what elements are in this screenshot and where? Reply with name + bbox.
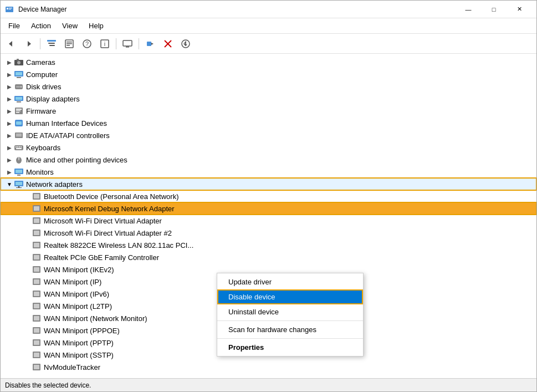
- context-properties[interactable]: Properties: [217, 340, 363, 355]
- computer-label: Computer: [26, 70, 58, 79]
- svg-rect-83: [34, 304, 39, 308]
- wan-l2tp-label: WAN Miniport (L2TP): [44, 302, 112, 310]
- tree-item-ide[interactable]: ▶ IDE ATA/ATAPI controllers: [1, 129, 536, 141]
- svg-rect-71: [34, 231, 39, 235]
- realtek-wireless-label: Realtek 8822CE Wireless LAN 802.11ac PCI…: [44, 241, 193, 250]
- expand-network-adapters[interactable]: ▼: [5, 180, 14, 189]
- toolbar: ? i: [1, 34, 536, 54]
- display-adapters-label: Display adapters: [26, 95, 80, 103]
- toolbar-sep-3: [139, 38, 139, 49]
- toolbar-download[interactable]: [177, 36, 194, 52]
- toolbar-back[interactable]: [3, 36, 19, 52]
- wan-l2tp-icon: [32, 301, 42, 311]
- svg-rect-65: [34, 194, 39, 198]
- wan-pppoe-icon: [32, 325, 42, 335]
- tree-item-firmware[interactable]: ▶ Firmware: [1, 105, 536, 117]
- window-controls: — □ ✕: [456, 1, 532, 18]
- menu-help[interactable]: Help: [83, 19, 109, 32]
- svg-rect-77: [34, 267, 39, 272]
- menu-file[interactable]: File: [3, 19, 25, 32]
- display-adapters-icon: [14, 94, 24, 104]
- toolbar-help[interactable]: ?: [79, 36, 95, 52]
- window-icon: [5, 5, 14, 14]
- expand-monitors[interactable]: ▶: [5, 167, 14, 176]
- menu-action[interactable]: Action: [25, 19, 57, 32]
- svg-rect-2: [9, 8, 12, 8]
- tree-item-network-adapters[interactable]: ▼ Network adapters: [1, 178, 536, 190]
- bluetooth-icon: [32, 191, 42, 201]
- toolbar-sep-2: [116, 38, 116, 49]
- context-menu: Update driver Disable device Uninstall d…: [217, 273, 364, 357]
- expand-disk-drives[interactable]: ▶: [5, 82, 14, 91]
- toolbar-forward[interactable]: [21, 36, 37, 52]
- expand-cameras[interactable]: ▶: [5, 58, 14, 67]
- expand-keyboards[interactable]: ▶: [5, 143, 14, 152]
- toolbar-about[interactable]: i: [96, 36, 113, 52]
- network-adapters-icon: [14, 179, 24, 189]
- tree-item-computer[interactable]: ▶ Computer: [1, 68, 536, 80]
- svg-rect-19: [147, 42, 151, 46]
- minimize-button[interactable]: —: [456, 1, 481, 18]
- toolbar-plugin[interactable]: [142, 36, 158, 52]
- context-disable-device[interactable]: Disable device: [217, 289, 363, 304]
- svg-rect-8: [49, 45, 55, 46]
- svg-rect-6: [47, 40, 56, 42]
- firmware-icon: [14, 106, 24, 116]
- expand-mice[interactable]: ▶: [5, 155, 14, 164]
- wan-ikev2-label: WAN Miniport (IKEv2): [44, 266, 114, 274]
- toolbar-remove[interactable]: [160, 36, 176, 52]
- wan-sstp-label: WAN Miniport (SSTP): [44, 351, 114, 359]
- svg-rect-53: [16, 148, 22, 149]
- main-content: ▶ Cameras ▶: [1, 54, 536, 378]
- status-bar: Disables the selected device.: [1, 378, 536, 391]
- tree-item-keyboards[interactable]: ▶ Keyboards: [1, 141, 536, 154]
- tree-item-wifi-direct-2[interactable]: ▶ Microsoft Wi-Fi Direct Virtual Adapter…: [1, 227, 536, 239]
- ide-label: IDE ATA/ATAPI controllers: [26, 131, 110, 140]
- expand-display-adapters[interactable]: ▶: [5, 94, 14, 103]
- kernel-debug-label: Microsoft Kernel Debug Network Adapter: [44, 205, 175, 213]
- tree-item-wifi-direct-1[interactable]: ▶ Microsoft Wi-Fi Direct Virtual Adapter: [1, 215, 536, 227]
- svg-marker-5: [28, 41, 31, 47]
- tree-item-cameras[interactable]: ▶ Cameras: [1, 56, 536, 68]
- toolbar-properties[interactable]: [61, 36, 78, 52]
- realtek-pcie-label: Realtek PCIe GbE Family Controller: [44, 253, 159, 262]
- expand-firmware[interactable]: ▶: [5, 106, 14, 115]
- hid-icon: [14, 118, 24, 128]
- svg-rect-40: [16, 109, 22, 110]
- wan-ipv6-icon: [32, 289, 42, 299]
- tree-item-realtek-wireless[interactable]: ▶ Realtek 8822CE Wireless LAN 802.11ac P…: [1, 239, 536, 251]
- tree-item-monitors[interactable]: ▶ Monitors: [1, 166, 536, 178]
- tree-item-disk-drives[interactable]: ▶ Disk drives: [1, 80, 536, 93]
- toolbar-tree[interactable]: [43, 36, 60, 52]
- svg-point-28: [17, 61, 21, 64]
- svg-rect-7: [48, 43, 55, 44]
- status-text: Disables the selected device.: [5, 381, 91, 389]
- close-button[interactable]: ✕: [507, 1, 532, 18]
- tree-item-realtek-pcie[interactable]: ▶ Realtek PCIe GbE Family Controller: [1, 251, 536, 263]
- context-update-driver[interactable]: Update driver: [217, 274, 363, 289]
- svg-rect-91: [34, 353, 39, 357]
- tree-item-nv-module[interactable]: ▶ NvModuleTracker: [1, 361, 536, 373]
- context-scan-hardware[interactable]: Scan for hardware changes: [217, 322, 363, 337]
- expand-ide[interactable]: ▶: [5, 131, 14, 140]
- svg-rect-1: [7, 8, 8, 9]
- menu-view[interactable]: View: [57, 19, 83, 32]
- tree-item-mice[interactable]: ▶ Mice and other pointing devices: [1, 154, 536, 166]
- svg-rect-75: [34, 255, 39, 259]
- toolbar-display[interactable]: [119, 36, 136, 52]
- svg-rect-50: [17, 146, 18, 147]
- svg-rect-29: [17, 59, 19, 60]
- expand-hid[interactable]: ▶: [5, 119, 14, 128]
- svg-point-56: [18, 157, 20, 159]
- tree-item-kernel-debug[interactable]: ▶ Microsoft Kernel Debug Network Adapter: [1, 202, 536, 215]
- svg-rect-37: [16, 97, 22, 100]
- firmware-label: Firmware: [26, 107, 56, 115]
- tree-item-display-adapters[interactable]: ▶ Display adapters: [1, 93, 536, 105]
- tree-item-bluetooth[interactable]: ▶ Bluetooth Device (Personal Area Networ…: [1, 190, 536, 202]
- wifi-direct-1-icon: [32, 216, 42, 226]
- tree-item-hid[interactable]: ▶ Human Interface Devices: [1, 117, 536, 129]
- context-sep-2: [217, 338, 363, 339]
- expand-computer[interactable]: ▶: [5, 70, 14, 79]
- maximize-button[interactable]: □: [481, 1, 507, 18]
- context-uninstall-device[interactable]: Uninstall device: [217, 304, 363, 319]
